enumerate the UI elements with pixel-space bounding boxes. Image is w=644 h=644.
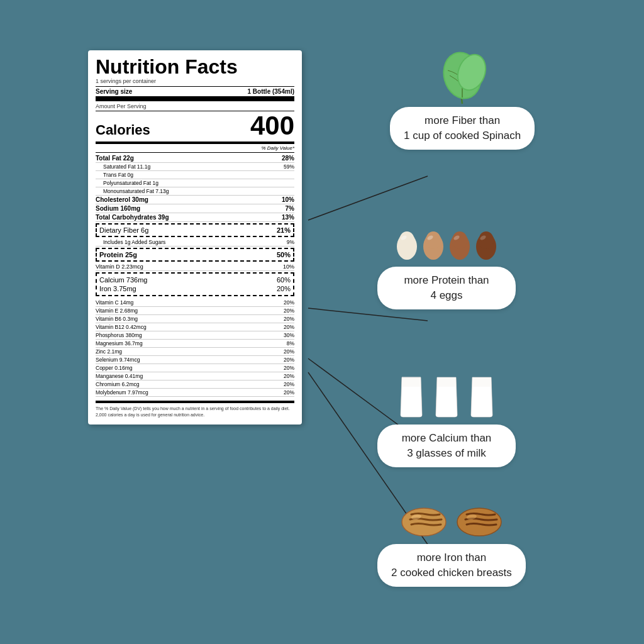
magnesium: Magnesium 36.7mg8% [96,340,294,348]
serving-size-value: 1 Bottle (354ml) [248,88,294,95]
protein-bubble: more Protein than4 eggs [377,267,516,309]
servings-per-container: 1 servings per container [96,78,294,84]
egg-2 [421,226,445,260]
nutrient-total-fat: Total Fat 22g 28% [96,154,294,163]
highlighted-dietary-fiber: Dietary Fiber 6g 21% [96,223,294,237]
dietary-fiber-pct: 21% [277,226,291,234]
vitamin-b12: Vitamin B12 0.42mcg20% [96,323,294,331]
protein-pct: 50% [277,251,291,258]
nutrient-mono-fat: Monounsaturated Fat 7.13g [96,187,294,196]
fiber-bubble: more Fiber than1 cup of cooked Spinach [390,107,535,150]
manganese: Manganese 0.41mg20% [96,372,294,380]
vitamin-b6: Vitamin B6 0.3mg20% [96,315,294,323]
svg-line-0 [308,176,428,220]
nutrition-panel: Nutrition Facts 1 servings per container… [88,50,302,425]
iron-pct: 20% [277,285,291,292]
nutrient-cholesterol: Cholesterol 30mg 10% [96,196,294,204]
nutrient-trans-fat: Trans Fat 0g [96,171,294,179]
disclaimer: The % Daily Value (DV) tells you how muc… [96,401,294,418]
nutrient-total-carbs: Total Carbohydrates 39g 13% [96,213,294,222]
fiber-comparison: more Fiber than1 cup of cooked Spinach [390,50,535,150]
nutrient-poly-fat: Polyunsaturated Fat 1g [96,179,294,187]
minor-nutrients: Vitamin C 14mg20% Vitamin E 2.68mg20% Vi… [96,299,294,397]
calories-row: Calories 400 [96,113,294,144]
svg-point-15 [452,231,467,249]
milk-glass-2 [431,371,462,418]
milk-icon [396,371,497,418]
calories-label: Calories [96,122,150,138]
highlighted-calcium: Calcium 736mg 60% [99,275,291,284]
eggs-icon [395,226,498,260]
protein-comparison: more Protein than4 eggs [377,226,516,309]
chicken-piece-2 [454,503,504,538]
iron-bubble-text: more Iron than2 cooked chicken breasts [391,552,512,579]
nutrient-added-sugars: Includes 1g Added Sugars 9% [96,238,294,247]
calcium-comparison: more Calcium than3 glasses of milk [377,371,516,467]
nutrition-title: Nutrition Facts [96,57,294,77]
serving-size-label: Serving size [96,88,132,95]
iron-label: Iron 3.75mg [99,285,136,292]
protein-label: Protein 25g [99,251,137,258]
iron-bubble: more Iron than2 cooked chicken breasts [377,544,526,587]
chicken-icon [399,503,504,538]
svg-line-1 [308,308,428,321]
egg-4 [474,226,498,260]
nutrient-vitamin-d: Vitamin D 2.23mcg 10% [96,263,294,271]
serving-size-row: Serving size 1 Bottle (354ml) [96,86,294,101]
calcium-label: Calcium 736mg [99,276,147,284]
selenium: Selenium 9.74mcg20% [96,356,294,364]
copper: Copper 0.16mg20% [96,364,294,372]
dietary-fiber-label: Dietary Fiber 6g [99,226,148,234]
egg-3 [448,226,472,260]
highlighted-protein: Protein 25g 50% [96,248,294,262]
egg-1 [395,226,419,260]
chicken-piece-1 [399,503,449,538]
phosphorus: Phosphorus 380mg30% [96,331,294,340]
zinc: Zinc 2.1mg20% [96,348,294,356]
protein-bubble-text: more Protein than4 eggs [404,274,489,301]
vitamin-e: Vitamin E 2.68mg20% [96,307,294,315]
nutrient-sat-fat: Saturated Fat 11.1g 59% [96,163,294,171]
calcium-bubble: more Calcium than3 glasses of milk [377,425,516,467]
vitamin-c: Vitamin C 14mg20% [96,299,294,307]
main-container: Nutrition Facts 1 servings per container… [0,0,644,644]
milk-glass-3 [466,371,497,418]
calcium-bubble-text: more Calcium than3 glasses of milk [402,432,492,459]
svg-point-12 [426,231,441,249]
chromium: Chromium 6.2mcg20% [96,380,294,389]
iron-comparison: more Iron than2 cooked chicken breasts [377,503,526,587]
fiber-bubble-text: more Fiber than1 cup of cooked Spinach [404,114,521,142]
milk-glass-1 [396,371,427,418]
calories-value: 400 [250,113,294,139]
calcium-pct: 60% [277,276,291,284]
daily-value-header: % Daily Value* [96,145,294,153]
highlighted-iron: Iron 3.75mg 20% [99,284,291,293]
spinach-icon [434,50,491,107]
svg-point-18 [479,231,494,249]
nutrient-sodium: Sodium 160mg 7% [96,204,294,213]
svg-point-9 [399,231,414,249]
molybdenum: Molybdenum 7.97mcg20% [96,389,294,397]
